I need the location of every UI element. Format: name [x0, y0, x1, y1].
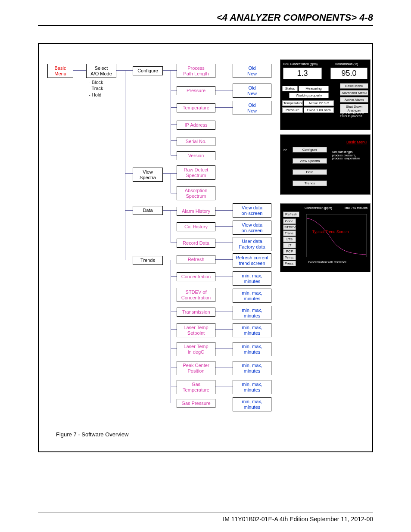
node-version: Version: [177, 151, 215, 160]
node-gas-temperature: GasTemperature: [177, 380, 215, 394]
leaf-old-new-2: OldNew: [233, 84, 271, 98]
figure-caption: Figure 7 - Software Overview: [56, 431, 128, 438]
node-concentration: Concentration: [177, 272, 215, 281]
leaf-view-onscreen-1: View dataon-screen: [233, 203, 271, 218]
pressure-label: Pressure: [282, 107, 303, 113]
panel-main-screen: H2O Concentration (ppm) Transmission (%)…: [280, 59, 371, 130]
leaf-old-new-3: OldNew: [233, 101, 271, 115]
node-pressure: Pressure: [177, 86, 215, 95]
node-gas-pressure: Gas Pressure: [177, 399, 215, 408]
pointer-icon: >>: [283, 148, 287, 152]
menu-active-alarm[interactable]: Active Alarm: [340, 97, 368, 103]
max-time-label: Max 750 minutes: [345, 206, 367, 209]
node-raw-detect-spectrum: Raw DetectSpectrum: [177, 165, 215, 180]
transmission-label: Transmission (%): [335, 62, 358, 65]
row-conc[interactable]: Conc.: [283, 218, 296, 224]
status-value: Measuring: [299, 86, 329, 91]
header-title: <4 ANALYZER COMPONENTS> 4-8: [217, 12, 373, 23]
page-footer: IM 11Y01B02-01E-A 4th Edition September …: [38, 513, 373, 523]
btn-view-spectra[interactable]: View Spectra: [293, 158, 327, 164]
h2o-conc-value: 1.3: [283, 68, 322, 79]
temperature-value: Active 27.3 C: [304, 100, 334, 106]
page-header: <4 ANALYZER COMPONENTS> 4-8: [38, 12, 373, 26]
leaf-minmax-7: min, max,minutes: [233, 380, 271, 394]
basic-menu-title: Basic Menu: [346, 140, 367, 144]
conc-label: Concentration (ppm): [305, 206, 332, 209]
transmission-value: 95.0: [330, 68, 367, 79]
row-press[interactable]: Press.: [283, 261, 296, 266]
leaf-old-new-1: OldNew: [233, 64, 271, 78]
leaf-refresh-current: Refresh currenttrend screen: [233, 253, 271, 268]
menu-hint: Up/Down to selectEnter to proceed: [340, 112, 370, 118]
node-absorption-spectrum: AbsorptionSpectrum: [177, 186, 215, 200]
row-trans[interactable]: Trans.: [283, 230, 296, 236]
row-temp[interactable]: Temp.: [283, 255, 296, 260]
node-laser-temp-setpoint: Laser TempSetpoint: [177, 323, 215, 337]
btn-trends[interactable]: Trends: [293, 180, 327, 186]
leaf-minmax-2: min, max,minutes: [233, 289, 271, 303]
leaf-user-factory: User dataFactory data: [233, 237, 271, 251]
figure-frame: BasicMenu SelectA/O Mode - Block- Track-…: [38, 43, 373, 452]
node-peak-center-position: Peak CenterPosition: [177, 361, 215, 375]
h2o-conc-label: H2O Concentration (ppm): [283, 62, 318, 65]
leaf-minmax-3: min, max,minutes: [233, 306, 271, 320]
node-select-ao-mode: SelectA/O Mode: [86, 64, 116, 78]
node-stdev-concentration: STDEV ofConcentration: [177, 288, 215, 302]
panel-trend-screen: Concentration (ppm) Max 750 minutes Refr…: [280, 203, 371, 272]
status-label: Status: [282, 86, 298, 91]
node-refresh: Refresh: [177, 255, 215, 264]
node-data: Data: [133, 206, 163, 215]
row-stdev[interactable]: STDEV: [283, 224, 296, 230]
leaf-minmax-4: min, max,minutes: [233, 323, 271, 337]
node-laser-temp-degc: Laser Tempin degC: [177, 342, 215, 356]
footer-text: IM 11Y01B02-01E-A 4th Edition September …: [223, 516, 373, 523]
leaf-minmax-8: min, max,minutes: [233, 397, 271, 411]
leaf-minmax-6: min, max,minutes: [233, 361, 271, 375]
node-view-spectra: ViewSpectra: [133, 168, 163, 182]
pressure-value: Fixed 1.00 bara: [304, 107, 334, 113]
node-temperature: Temperature: [177, 103, 215, 112]
node-cal-history: Cal History: [177, 222, 215, 231]
node-trends: Trends: [133, 256, 163, 265]
trend-screen-title: Typical Trend Screen: [312, 230, 349, 234]
menu-advanced[interactable]: Advanced Menu: [340, 90, 368, 96]
node-configure: Configure: [133, 66, 163, 75]
leaf-view-onscreen-2: View dataon-screen: [233, 221, 271, 235]
row-lts[interactable]: LTS: [283, 236, 296, 242]
row-pcp[interactable]: PCP: [283, 249, 296, 254]
btn-configure[interactable]: Configure: [293, 147, 327, 152]
select-ao-items: - Block- Track- Hold: [89, 79, 103, 98]
row-lt[interactable]: LT: [283, 243, 296, 248]
node-basic-menu: BasicMenu: [47, 64, 73, 78]
btn-data[interactable]: Data: [293, 169, 327, 175]
svg-rect-0: [306, 214, 367, 257]
working-status: Working properly: [289, 93, 329, 98]
temperature-label: Temperature: [282, 100, 303, 106]
node-transmission: Transmission: [177, 308, 215, 317]
leaf-minmax-1: min, max,minutes: [233, 271, 271, 286]
leaf-minmax-5: min, max,minutes: [233, 342, 271, 356]
trend-bottom-label: Concentration with reference: [308, 261, 347, 264]
trend-chart-icon: [306, 214, 367, 257]
node-process-path-length: ProcessPath Length: [177, 64, 215, 78]
menu-basic[interactable]: Basic Menu: [340, 83, 368, 89]
node-alarm-history: Alarm History: [177, 207, 215, 216]
node-serial-no: Serial No.: [177, 137, 215, 146]
trend-refresh-btn[interactable]: Refresh: [283, 212, 299, 217]
panel-basic-menu: Basic Menu >> Configure View Spectra Dat…: [280, 134, 371, 195]
node-ip-address: IP Address: [177, 121, 215, 130]
node-record-data: Record Data: [177, 239, 215, 248]
basic-menu-hint: Set path length,process pressure,process…: [332, 150, 369, 160]
